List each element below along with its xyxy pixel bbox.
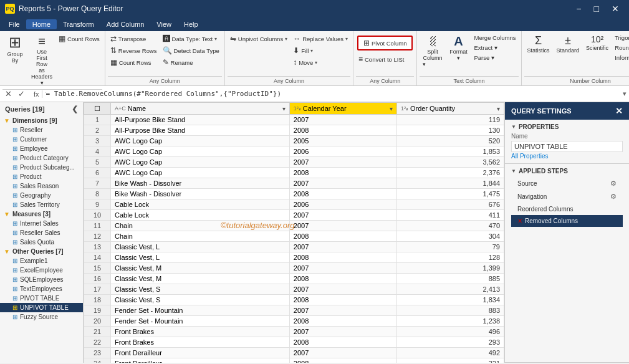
query-item-text-employees[interactable]: ⊞ TextEmployees bbox=[0, 284, 83, 294]
count-rows-button[interactable]: ▦ Count Rows bbox=[56, 33, 102, 44]
qs-all-properties-link[interactable]: All Properties bbox=[511, 153, 548, 160]
query-item-sales-quota[interactable]: ⊞ Sales Quota bbox=[0, 237, 83, 247]
transpose-button[interactable]: ⇄ Transpose bbox=[108, 33, 160, 44]
qs-step-navigation-gear[interactable]: ⚙ bbox=[610, 193, 617, 201]
convert-to-list-button[interactable]: ≡ Convert to LISt bbox=[356, 54, 415, 65]
rename-button[interactable]: ✎ Rename bbox=[160, 57, 222, 68]
table-row[interactable]: 4AWC Logo Cap20061,853 bbox=[84, 146, 504, 157]
query-settings-close[interactable]: ✕ bbox=[615, 106, 623, 116]
data-type-button[interactable]: 🅰 Data Type: Text ▾ bbox=[160, 33, 222, 44]
merge-columns-button[interactable]: Merge Columns bbox=[472, 33, 519, 42]
formula-cancel-button[interactable]: ✕ bbox=[2, 89, 14, 99]
query-item-product[interactable]: ⊞ Product bbox=[0, 172, 83, 181]
formula-bar-expand[interactable]: ▾ bbox=[623, 90, 627, 98]
qs-step-removed[interactable]: ✕ Removed Columns bbox=[511, 215, 623, 227]
col-year-filter[interactable]: ▾ bbox=[390, 105, 393, 112]
col-qty-filter[interactable]: ▾ bbox=[497, 105, 500, 112]
qs-step-reordered[interactable]: Reordered Columns bbox=[511, 203, 623, 215]
scientific-button[interactable]: 10² Scientific bbox=[583, 33, 612, 53]
table-row[interactable]: 7Bike Wash - Dissolver20071,844 bbox=[84, 178, 504, 189]
count-rows-2-button[interactable]: ▦ Count Rows bbox=[108, 57, 160, 68]
use-first-row-button[interactable]: ≡ Use First Row as Headers ▾ bbox=[28, 33, 55, 88]
menu-file[interactable]: File bbox=[2, 19, 26, 29]
query-item-sales-territory[interactable]: ⊞ Sales Territory bbox=[0, 200, 83, 209]
query-item-geography[interactable]: ⊞ Geography bbox=[0, 191, 83, 200]
query-item-pivot-table[interactable]: ⊞ PIVOT TABLE bbox=[0, 294, 83, 303]
unpivot-columns-button[interactable]: ⇋ Unpivot Columns ▾ bbox=[228, 33, 290, 44]
query-item-example1[interactable]: ⊞ Example1 bbox=[0, 256, 83, 266]
data-grid[interactable]: ☐ A+C Name ▾ bbox=[84, 102, 504, 363]
table-row[interactable]: 15Classic Vest, M20071,399 bbox=[84, 263, 504, 274]
table-row[interactable]: 22Front Brakes2008293 bbox=[84, 337, 504, 348]
table-row[interactable]: 11Chain2007470 bbox=[84, 221, 504, 231]
table-row[interactable]: 8Bike Wash - Dissolver20081,475 bbox=[84, 189, 504, 199]
menu-help[interactable]: Help bbox=[178, 19, 204, 29]
table-row[interactable]: 24Front Derailleur2008321 bbox=[84, 358, 504, 363]
col-header-year[interactable]: 1²₃ Calendar Year ▾ bbox=[289, 103, 396, 115]
split-column-button[interactable]: ⧛ Split Column ▾ bbox=[420, 33, 445, 69]
qs-name-input[interactable] bbox=[511, 141, 623, 152]
table-row[interactable]: 6AWC Logo Cap20082,376 bbox=[84, 168, 504, 178]
reverse-rows-button[interactable]: ⇅ Reverse Rows bbox=[108, 45, 160, 56]
trigonometry-button[interactable]: Trigonometry ▾ bbox=[612, 33, 629, 42]
menu-view[interactable]: View bbox=[150, 19, 178, 29]
table-row[interactable]: 17Classic Vest, S20072,413 bbox=[84, 284, 504, 295]
query-item-unpivot-table[interactable]: ⊞ UNPIVOT TABLE bbox=[0, 303, 83, 312]
qs-step-navigation[interactable]: Navigation ⚙ bbox=[511, 190, 623, 203]
table-row[interactable]: 13Classic Vest, L200779 bbox=[84, 242, 504, 252]
table-row[interactable]: 5AWC Logo Cap20073,562 bbox=[84, 157, 504, 168]
col-select-all[interactable]: ☐ bbox=[94, 105, 100, 113]
formula-bar-input[interactable] bbox=[46, 90, 619, 98]
table-row[interactable]: 21Front Brakes2007496 bbox=[84, 327, 504, 337]
table-row[interactable]: 12Chain2008304 bbox=[84, 231, 504, 242]
col-name-filter[interactable]: ▾ bbox=[282, 105, 286, 112]
col-header-qty[interactable]: 1²₃ Order Quantity ▾ bbox=[396, 103, 504, 115]
qs-step-source[interactable]: Source ⚙ bbox=[511, 177, 623, 190]
queries-collapse-button[interactable]: ❮ bbox=[72, 105, 78, 113]
extract-button[interactable]: Extract ▾ bbox=[472, 43, 519, 52]
query-item-excel-employee[interactable]: ⊞ ExcelEmployee bbox=[0, 266, 83, 275]
table-row[interactable]: 23Front Derailleur2007492 bbox=[84, 348, 504, 358]
formula-confirm-button[interactable]: ✓ bbox=[16, 89, 27, 99]
pivot-column-button[interactable]: ⊞ Pivot Column bbox=[357, 36, 413, 50]
query-item-reseller-sales[interactable]: ⊞ Reseller Sales bbox=[0, 228, 83, 237]
query-item-reseller[interactable]: ⊞ Reseller bbox=[0, 125, 83, 135]
menu-add-column[interactable]: Add Column bbox=[100, 19, 151, 29]
menu-transform[interactable]: Transform bbox=[57, 19, 100, 29]
query-item-sales-reason[interactable]: ⊞ Sales Reason bbox=[0, 181, 83, 191]
menu-home[interactable]: Home bbox=[26, 19, 57, 29]
table-row[interactable]: 16Classic Vest, M2008885 bbox=[84, 274, 504, 284]
table-row[interactable]: 1All-Purpose Bike Stand2007119 bbox=[84, 115, 504, 125]
fill-button[interactable]: ⬇ Fill ▾ bbox=[290, 45, 350, 56]
query-item-internet-sales[interactable]: ⊞ Internet Sales bbox=[0, 219, 83, 228]
move-button[interactable]: ↕ Move ▾ bbox=[290, 57, 350, 68]
format-button[interactable]: A Format ▾ bbox=[446, 33, 471, 63]
statistics-button[interactable]: Σ Statistics bbox=[524, 33, 553, 55]
replace-values-button[interactable]: ↔ Replace Values ▾ bbox=[290, 33, 350, 44]
table-row[interactable]: 2All-Purpose Bike Stand2008130 bbox=[84, 125, 504, 136]
standard-button[interactable]: ± Standard bbox=[554, 33, 583, 55]
table-row[interactable]: 14Classic Vest, L2008128 bbox=[84, 252, 504, 263]
group-measures[interactable]: ▼ Measures [3] bbox=[0, 209, 83, 219]
parse-button[interactable]: Parse ▾ bbox=[472, 53, 519, 62]
table-row[interactable]: 20Fender Set - Mountain20081,238 bbox=[84, 316, 504, 327]
table-row[interactable]: 19Fender Set - Mountain2007883 bbox=[84, 305, 504, 316]
close-button[interactable]: ✕ bbox=[607, 0, 624, 17]
query-item-sql-employees[interactable]: ⊞ SQLEmployees bbox=[0, 275, 83, 284]
group-by-button[interactable]: ⊞ Group By bbox=[2, 33, 27, 65]
query-item-customer[interactable]: ⊞ Customer bbox=[0, 135, 83, 144]
maximize-button[interactable]: □ bbox=[589, 0, 604, 17]
query-item-product-category[interactable]: ⊞ Product Category bbox=[0, 153, 83, 163]
group-other[interactable]: ▼ Other Queries [7] bbox=[0, 247, 83, 256]
group-dimensions[interactable]: ▼ Dimensions [9] bbox=[0, 116, 83, 125]
rounding-button[interactable]: Rounding ▾ bbox=[612, 43, 629, 52]
query-item-product-subcateg[interactable]: ⊞ Product Subcateg... bbox=[0, 163, 83, 172]
query-item-employee[interactable]: ⊞ Employee bbox=[0, 144, 83, 153]
information-button[interactable]: Information ▾ bbox=[612, 53, 629, 62]
table-row[interactable]: 9Cable Lock2006676 bbox=[84, 199, 504, 210]
query-item-fuzzy-source[interactable]: ⊞ Fuzzy Source bbox=[0, 312, 83, 322]
table-row[interactable]: 10Cable Lock2007411 bbox=[84, 210, 504, 221]
detect-data-type-button[interactable]: 🔍 Detect Data Type bbox=[160, 45, 222, 56]
table-row[interactable]: 18Classic Vest, S20081,834 bbox=[84, 295, 504, 305]
table-row[interactable]: 3AWC Logo Cap2005520 bbox=[84, 136, 504, 146]
